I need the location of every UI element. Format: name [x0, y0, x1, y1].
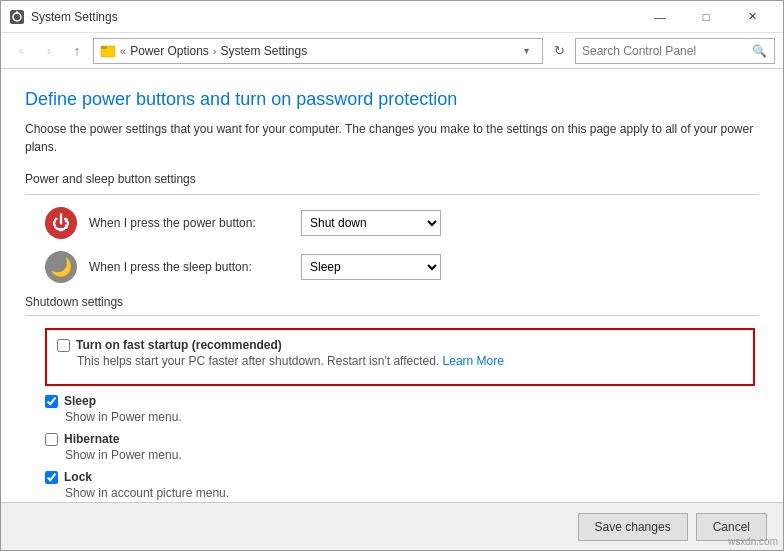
page-title: Define power buttons and turn on passwor… — [25, 89, 759, 110]
breadcrumb-power-options[interactable]: Power Options — [130, 44, 209, 58]
sleep-label: Sleep — [64, 394, 96, 408]
hibernate-checkbox[interactable] — [45, 433, 58, 446]
shutdown-checkbox-group: Turn on fast startup (recommended) This … — [25, 328, 759, 500]
lock-checkbox[interactable] — [45, 471, 58, 484]
breadcrumb-separator2: › — [213, 45, 217, 57]
fast-startup-desc-text: This helps start your PC faster after sh… — [77, 354, 439, 368]
window-title: System Settings — [31, 10, 637, 24]
address-path[interactable]: « Power Options › System Settings ▾ — [93, 38, 543, 64]
hibernate-item: Hibernate Show in Power menu. — [45, 432, 759, 462]
breadcrumb-system-settings[interactable]: System Settings — [221, 44, 308, 58]
shutdown-section-label: Shutdown settings — [25, 295, 759, 309]
forward-button[interactable]: › — [37, 39, 61, 63]
maximize-button[interactable]: □ — [683, 1, 729, 33]
path-icon — [100, 43, 116, 59]
content-area: Define power buttons and turn on passwor… — [1, 69, 783, 502]
refresh-button[interactable]: ↻ — [547, 39, 571, 63]
learn-more-link[interactable]: Learn More — [443, 354, 504, 368]
hibernate-label: Hibernate — [64, 432, 119, 446]
minimize-button[interactable]: — — [637, 1, 683, 33]
window-icon — [9, 9, 25, 25]
watermark: wsxdn.com — [728, 536, 778, 547]
fast-startup-row: Turn on fast startup (recommended) — [57, 338, 743, 352]
sleep-button-dropdown[interactable]: Do nothing Sleep Hibernate Shut down Tur… — [301, 254, 441, 280]
hibernate-sub: Show in Power menu. — [45, 448, 759, 462]
power-button-icon: ⏻ — [45, 207, 77, 239]
lock-label: Lock — [64, 470, 92, 484]
back-button[interactable]: ‹ — [9, 39, 33, 63]
search-box[interactable]: 🔍 — [575, 38, 775, 64]
power-button-row: ⏻ When I press the power button: Do noth… — [25, 207, 759, 239]
sleep-sub: Show in Power menu. — [45, 410, 759, 424]
search-input[interactable] — [582, 44, 746, 58]
page-description: Choose the power settings that you want … — [25, 120, 759, 156]
title-bar: System Settings — □ ✕ — [1, 1, 783, 33]
fast-startup-desc: This helps start your PC faster after sh… — [57, 354, 743, 368]
power-section-divider — [25, 194, 759, 195]
path-dropdown-button[interactable]: ▾ — [516, 39, 536, 63]
lock-row: Lock — [45, 470, 759, 484]
svg-rect-4 — [101, 46, 107, 49]
window-controls: — □ ✕ — [637, 1, 775, 33]
save-button[interactable]: Save changes — [578, 513, 688, 541]
lock-sub: Show in account picture menu. — [45, 486, 759, 500]
lock-item: Lock Show in account picture menu. — [45, 470, 759, 500]
power-button-dropdown[interactable]: Do nothing Sleep Hibernate Shut down Tur… — [301, 210, 441, 236]
sleep-button-label: When I press the sleep button: — [89, 260, 289, 274]
sleep-button-row: 🌙 When I press the sleep button: Do noth… — [25, 251, 759, 283]
sleep-item: Sleep Show in Power menu. — [45, 394, 759, 424]
power-button-section-label: Power and sleep button settings — [25, 172, 759, 186]
fast-startup-item: Turn on fast startup (recommended) This … — [57, 338, 743, 368]
fast-startup-checkbox[interactable] — [57, 339, 70, 352]
close-button[interactable]: ✕ — [729, 1, 775, 33]
address-bar: ‹ › ↑ « Power Options › System Settings … — [1, 33, 783, 69]
fast-startup-box: Turn on fast startup (recommended) This … — [45, 328, 755, 386]
sleep-row: Sleep — [45, 394, 759, 408]
power-button-label: When I press the power button: — [89, 216, 289, 230]
hibernate-row: Hibernate — [45, 432, 759, 446]
main-window: System Settings — □ ✕ ‹ › ↑ « Power Opti… — [0, 0, 784, 551]
sleep-checkbox[interactable] — [45, 395, 58, 408]
sleep-button-icon: 🌙 — [45, 251, 77, 283]
fast-startup-label: Turn on fast startup (recommended) — [76, 338, 282, 352]
breadcrumb-separator1: « — [120, 45, 126, 57]
search-button[interactable]: 🔍 — [750, 41, 768, 61]
footer: Save changes Cancel — [1, 502, 783, 550]
up-button[interactable]: ↑ — [65, 39, 89, 63]
shutdown-section-divider — [25, 315, 759, 316]
